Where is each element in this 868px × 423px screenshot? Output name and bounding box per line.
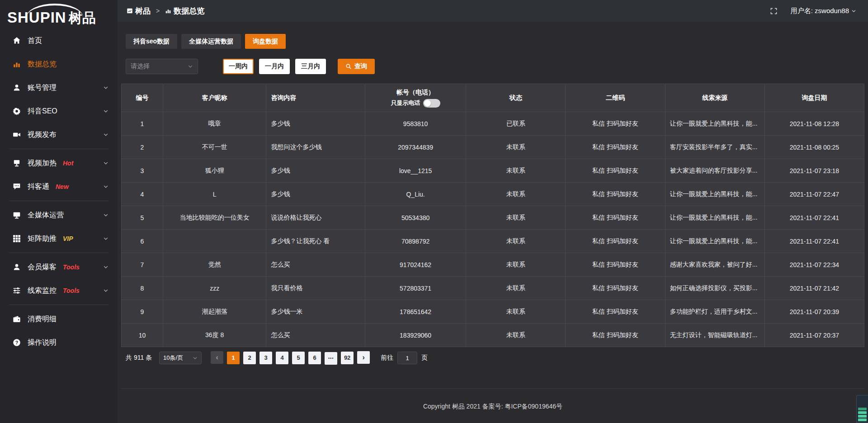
pagination: 共 911 条 10条/页 ‹123456•••92› 前往 页 [126,351,864,365]
sidebar-item-douyin-seo[interactable]: 抖音SEO [0,99,118,123]
inquiry-table: 编号 客户昵称 咨询内容 帐号（电话） 只显示电话 状态 二维码 线索来源 [121,84,864,347]
cell-qr-action[interactable]: 私信 扫码加好友 [566,253,665,277]
cell-qr-action[interactable]: 私信 扫码加好友 [566,183,665,206]
cell-content: 说说价格让我死心 [266,206,365,230]
tab-inquiry-data[interactable]: 询盘数据 [245,34,286,49]
cell-date: 2021-11-07 23:18 [764,159,864,183]
page-size-select[interactable]: 10条/页 [159,352,202,364]
chart-icon [165,8,171,14]
fullscreen-icon[interactable] [770,8,777,14]
sliders-icon [13,286,22,295]
cell-nickname: 潮起潮落 [163,300,266,324]
sidebar-item-label: 全媒体运营 [28,211,64,220]
sidebar-item-video-publish[interactable]: 视频发布 [0,123,118,146]
chevron-down-icon [103,85,108,90]
cell-status: 未联系 [466,136,566,159]
cell-date: 2021-11-07 22:41 [764,206,864,230]
cell-source[interactable]: 无主灯设计，智能磁吸轨道灯... [665,324,764,347]
page-button-92[interactable]: 92 [341,352,354,364]
cell-no: 7 [122,253,163,277]
cell-qr-action[interactable]: 私信 扫码加好友 [566,230,665,253]
chevron-down-icon [851,9,856,14]
user-menu[interactable]: 用户名: zswodun88 [791,7,856,15]
tab-omni-media-data[interactable]: 全媒体运营数据 [181,34,241,49]
col-header-qrcode: 二维码 [566,84,665,112]
chevron-down-icon [193,356,198,361]
cell-account: 178651642 [365,300,466,324]
cell-no: 8 [122,277,163,300]
page-button-1[interactable]: 1 [227,352,240,364]
cell-date: 2021-11-07 21:42 [764,277,864,300]
mini-equalizer-widget[interactable] [856,395,868,423]
cell-source[interactable]: 让你一眼就爱上的黑科技，能... [665,183,764,206]
page-button-6[interactable]: 6 [308,352,321,364]
page-button-4[interactable]: 4 [276,352,288,364]
goto-page-input[interactable] [397,352,417,364]
cell-source[interactable]: 被大家追着问的客厅投影分享... [665,159,764,183]
cell-qr-action[interactable]: 私信 扫码加好友 [566,300,665,324]
cell-qr-action[interactable]: 私信 扫码加好友 [566,159,665,183]
filter-select[interactable]: 请选择 [126,59,198,74]
sidebar-item-account-management[interactable]: 账号管理 [0,76,118,99]
sidebar-item-consumption-detail[interactable]: 消费明细 [0,307,118,331]
cell-account: Q_Liu. [365,183,466,206]
equalizer-bar [858,408,867,410]
sidebar-item-clue-monitor[interactable]: 线索监控Tools [0,279,118,302]
chevron-right-icon: › [362,354,364,361]
cell-source[interactable]: 感谢大家喜欢我家，被问了好... [665,253,764,277]
range-button-1[interactable]: 一月内 [259,59,290,74]
table-row: 4L多少钱Q_Liu.未联系私信 扫码加好友让你一眼就爱上的黑科技，能...20… [122,183,864,206]
sidebar-item-operation-guide[interactable]: ?操作说明 [0,331,118,354]
cell-no: 5 [122,206,163,230]
cell-source[interactable]: 如何正确选择投影仪，买投影... [665,277,764,300]
page-button-3[interactable]: 3 [259,352,272,364]
sidebar-divider [9,201,108,201]
cell-qr-action[interactable]: 私信 扫码加好友 [566,324,665,347]
copyright-text: Copyright 树品 2021 备案号: 粤ICP备09019646号 [423,403,562,410]
cell-date: 2021-11-07 22:34 [764,253,864,277]
phone-only-toggle[interactable] [423,99,440,108]
range-button-2[interactable]: 三月内 [295,59,326,74]
table-row: 9潮起潮落多少钱一米178651642未联系私信 扫码加好友多功能护栏灯，适用于… [122,300,864,324]
sidebar-item-member-baoke[interactable]: 会员爆客Tools [0,255,118,279]
range-button-0[interactable]: 一周内 [223,59,254,74]
sidebar-item-label: 视频发布 [28,130,57,140]
table-header-row: 编号 客户昵称 咨询内容 帐号（电话） 只显示电话 状态 二维码 线索来源 [122,84,864,112]
sidebar-item-matrix-boost[interactable]: 矩阵助推VIP [0,227,118,250]
cell-status: 未联系 [466,183,566,206]
sidebar-item-home[interactable]: 首页 [0,29,118,52]
cell-qr-action[interactable]: 私信 扫码加好友 [566,136,665,159]
cell-source[interactable]: 多功能护栏灯，适用于乡村文... [665,300,764,324]
sidebar-item-video-heating[interactable]: 视频加热Hot [0,151,118,175]
table-row: 7觉然怎么买917024162未联系私信 扫码加好友感谢大家喜欢我家，被问了好.… [122,253,864,277]
cell-account: 70898792 [365,230,466,253]
cell-no: 2 [122,136,163,159]
cell-no: 3 [122,159,163,183]
cell-source[interactable]: 客厅安装投影半年多了，真实... [665,136,764,159]
cell-source[interactable]: 让你一眼就爱上的黑科技，能... [665,112,764,136]
sidebar-item-douketong[interactable]: 抖客通New [0,175,118,198]
search-button[interactable]: 查询 [338,59,375,74]
search-icon [345,63,352,70]
cell-qr-action[interactable]: 私信 扫码加好友 [566,206,665,230]
dashboard-icon [127,8,133,14]
col-header-status: 状态 [466,84,566,112]
page-button-2[interactable]: 2 [243,352,256,364]
breadcrumb-home[interactable]: 树品 [135,6,151,16]
topbar-right: 用户名: zswodun88 [770,7,856,15]
tab-douyin-seo-data[interactable]: 抖音seo数据 [126,34,177,49]
chart-icon [13,60,22,69]
cell-qr-action[interactable]: 私信 扫码加好友 [566,277,665,300]
next-page-button[interactable]: › [357,351,370,364]
cell-status: 未联系 [466,230,566,253]
logo: SHUPIN树品 [0,0,118,29]
cell-content: 多少钱 [266,183,365,206]
sidebar-item-data-overview[interactable]: 数据总览 [0,52,118,76]
cell-source[interactable]: 让你一眼就爱上的黑科技，能... [665,206,764,230]
prev-page-button[interactable]: ‹ [211,351,223,364]
cell-source[interactable]: 让你一眼就爱上的黑科技，能... [665,230,764,253]
more-pages-button[interactable]: ••• [325,352,337,365]
sidebar-item-omni-media[interactable]: 全媒体运营 [0,203,118,227]
page-button-5[interactable]: 5 [292,352,305,364]
cell-qr-action[interactable]: 私信 扫码加好友 [566,112,665,136]
